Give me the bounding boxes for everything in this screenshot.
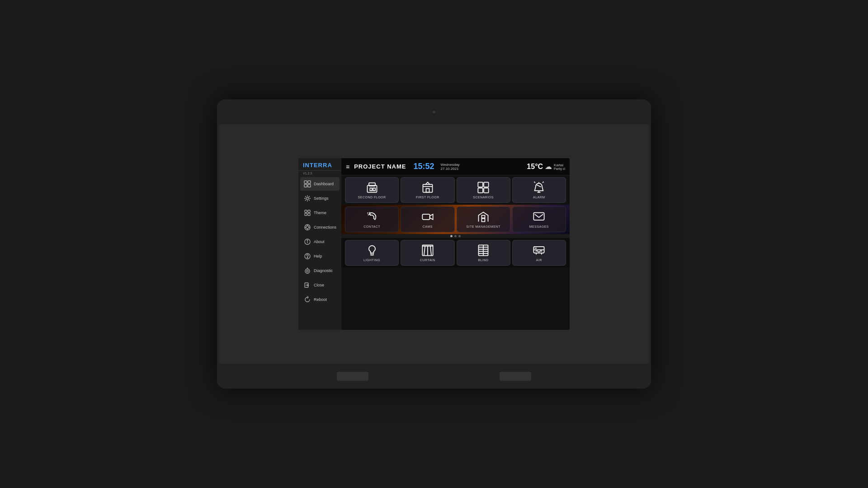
sidebar-theme-label: Theme xyxy=(314,211,326,215)
cams-icon xyxy=(421,211,434,223)
diagnostic-icon xyxy=(304,267,311,274)
svg-rect-3 xyxy=(308,184,311,187)
svg-point-27 xyxy=(307,257,308,258)
blind-icon xyxy=(477,244,490,257)
svg-line-59 xyxy=(430,246,431,256)
sidebar-item-diagnostic[interactable]: Diagnostic xyxy=(300,264,340,277)
svg-line-58 xyxy=(424,246,425,256)
svg-rect-38 xyxy=(478,182,483,187)
svg-rect-13 xyxy=(305,210,307,212)
sidebar-close-label: Close xyxy=(314,283,324,287)
svg-rect-15 xyxy=(305,213,307,216)
page-dot-3[interactable] xyxy=(458,235,461,237)
sidebar-help-label: Help xyxy=(314,254,322,258)
first-floor-icon xyxy=(421,181,434,194)
tile-first-floor[interactable]: FIRST FLOOR xyxy=(401,177,454,203)
sidebar-item-theme[interactable]: Theme xyxy=(300,206,340,220)
contact-icon xyxy=(366,211,378,223)
svg-point-25 xyxy=(307,240,308,241)
sidebar-diagnostic-label: Diagnostic xyxy=(314,268,333,273)
sidebar-dashboard-label: Dashboard xyxy=(314,182,334,186)
connections-icon xyxy=(304,224,311,231)
tile-air[interactable]: AIR xyxy=(512,240,566,266)
device-top-bar xyxy=(217,99,651,124)
sidebar-item-settings[interactable]: Settings xyxy=(300,192,340,205)
city-label: Kartal xyxy=(554,163,565,167)
condition-label: Partly cl xyxy=(554,167,565,170)
menu-button[interactable]: ≡ xyxy=(346,163,349,170)
svg-line-11 xyxy=(309,196,310,197)
tile-scenarios[interactable]: SCENARIOS xyxy=(457,177,510,203)
svg-line-10 xyxy=(309,200,310,201)
about-icon xyxy=(304,238,311,245)
theme-icon xyxy=(304,209,311,216)
grid-row-3: LIGHTING CURTAIN xyxy=(341,238,570,267)
weather-icon: ☁ xyxy=(545,162,552,171)
tile-curtain[interactable]: CURTAIN xyxy=(401,240,454,266)
svg-line-44 xyxy=(534,182,535,183)
help-icon xyxy=(304,253,311,260)
clock-display: 15:52 xyxy=(413,162,434,171)
tile-contact[interactable]: CONTACT xyxy=(345,206,399,232)
tile-blind[interactable]: BLIND xyxy=(457,240,510,266)
svg-rect-52 xyxy=(534,213,544,220)
bottom-button-left xyxy=(337,372,368,381)
first-floor-label: FIRST FLOOR xyxy=(416,196,439,199)
tile-alarm[interactable]: ALARM xyxy=(512,177,566,203)
tile-messages[interactable]: MESSAGES xyxy=(512,206,566,232)
svg-rect-49 xyxy=(422,214,429,220)
lighting-icon xyxy=(366,244,378,257)
svg-point-29 xyxy=(307,270,308,272)
settings-icon xyxy=(304,195,311,202)
sidebar-reboot-label: Reboot xyxy=(314,297,327,302)
svg-rect-35 xyxy=(373,188,375,191)
sidebar-logo: INTERRA xyxy=(298,158,341,171)
page-dots xyxy=(341,234,570,238)
tile-cams[interactable]: CAMS xyxy=(401,206,454,232)
cams-label: CAMS xyxy=(423,225,433,228)
svg-point-28 xyxy=(305,269,310,273)
sidebar-item-help[interactable]: Help xyxy=(300,249,340,263)
blind-label: BLIND xyxy=(478,258,489,262)
svg-rect-2 xyxy=(304,184,307,187)
dashboard-icon xyxy=(304,180,311,188)
page-dot-2[interactable] xyxy=(454,235,457,237)
sidebar-item-connections[interactable]: Connections xyxy=(300,221,340,234)
messages-label: MESSAGES xyxy=(529,225,549,228)
tile-lighting[interactable]: LIGHTING xyxy=(345,240,399,266)
messages-icon xyxy=(533,211,545,223)
svg-rect-40 xyxy=(478,188,483,193)
date-label: 27.10.2021 xyxy=(441,167,460,171)
svg-rect-39 xyxy=(484,182,489,187)
svg-rect-0 xyxy=(304,181,307,183)
screen: INTERRA V1.2.3 Dashboard xyxy=(298,158,570,330)
sidebar-item-about[interactable]: About xyxy=(300,235,340,249)
alarm-icon xyxy=(533,181,545,194)
svg-rect-1 xyxy=(308,181,311,183)
sidebar-item-dashboard[interactable]: Dashboard xyxy=(300,177,340,191)
page-dot-1[interactable] xyxy=(450,235,453,237)
svg-rect-41 xyxy=(484,188,489,193)
location-info: Kartal Partly cl xyxy=(554,163,565,170)
svg-line-47 xyxy=(537,185,541,187)
svg-line-9 xyxy=(305,196,306,197)
sidebar-item-close[interactable]: Close xyxy=(300,278,340,292)
alarm-label: ALARM xyxy=(533,196,545,199)
device-camera xyxy=(433,111,435,113)
tile-site-management[interactable]: SITE MANAGEMENT xyxy=(457,206,510,232)
site-management-label: SITE MANAGEMENT xyxy=(467,225,500,228)
weather-widget: 15°C ☁ Kartal Partly cl xyxy=(527,162,565,171)
device-bottom-bar xyxy=(217,364,651,389)
lighting-label: LIGHTING xyxy=(363,258,380,262)
svg-rect-16 xyxy=(308,213,310,216)
day-label: Wednesday xyxy=(441,163,460,167)
svg-point-4 xyxy=(307,197,309,200)
air-label: AIR xyxy=(536,258,542,262)
tile-second-floor[interactable]: SECOND FLOOR xyxy=(345,177,399,203)
sidebar-item-reboot[interactable]: Reboot xyxy=(300,293,340,306)
main-content: ≡ PROJECT NAME 15:52 Wednesday 27.10.202… xyxy=(341,158,570,330)
grid-row-2: CONTACT CAMS xyxy=(341,205,570,234)
sidebar: INTERRA V1.2.3 Dashboard xyxy=(298,158,341,330)
header: ≡ PROJECT NAME 15:52 Wednesday 27.10.202… xyxy=(341,158,570,175)
reboot-icon xyxy=(304,296,311,303)
